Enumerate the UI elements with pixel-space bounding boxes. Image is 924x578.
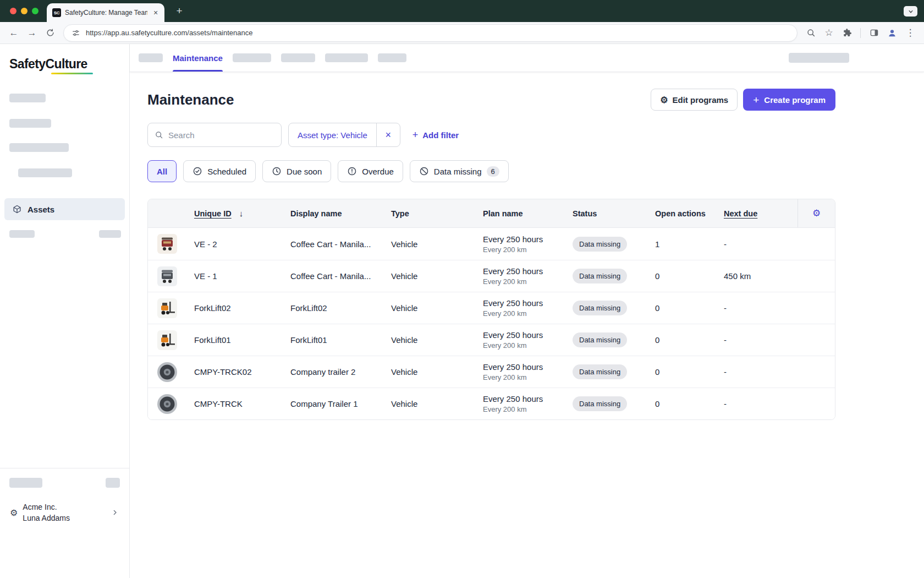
side-panel-icon[interactable] (866, 25, 882, 41)
table-settings-button[interactable]: ⚙ (798, 199, 835, 227)
next-due-header-label: Next due (724, 209, 757, 218)
bookmark-star-icon[interactable]: ☆ (821, 25, 837, 41)
create-program-button[interactable]: + Create program (743, 89, 835, 111)
column-header-next-due[interactable]: Next due (724, 209, 798, 218)
column-header-display-name[interactable]: Display name (290, 209, 391, 218)
tab-maintenance-label: Maintenance (173, 53, 223, 63)
table-row[interactable]: ForkLift02 ForkLift02 Vehicle Every 250 … (148, 292, 835, 324)
column-header-open-actions[interactable]: Open actions (655, 209, 724, 218)
gear-icon: ⚙ (10, 508, 18, 518)
trailer-thumbnail[interactable] (157, 362, 177, 382)
data-missing-count-badge: 6 (487, 166, 499, 177)
table-header-row: Unique ID ↓ Display name Type Plan name … (148, 199, 835, 228)
next-due-cell: - (724, 335, 798, 345)
plus-icon: + (413, 129, 419, 141)
search-box[interactable] (147, 123, 282, 147)
browser-tab-strip: SC SafetyCulture: Manage Teams and... × … (0, 0, 924, 22)
alert-circle-icon (347, 166, 357, 176)
browser-menu-icon[interactable]: ⋮ (902, 25, 919, 41)
filter-chip-asset-type[interactable]: Asset type: Vehicle × (288, 123, 400, 147)
zoom-icon[interactable] (802, 25, 819, 41)
forward-button[interactable]: → (24, 25, 40, 41)
maintenance-page: Maintenance ⚙ Edit programs + Create pro… (130, 72, 924, 420)
open-actions-cell: 0 (655, 367, 724, 377)
back-button[interactable]: ← (6, 25, 22, 41)
skeleton-placeholder (9, 119, 51, 128)
tab-close-icon[interactable]: × (151, 8, 160, 17)
forklift-thumbnail[interactable] (157, 330, 177, 350)
add-filter-button[interactable]: + Add filter (413, 129, 459, 141)
puzzle-icon (843, 28, 852, 37)
pill-due-soon-label: Due soon (287, 167, 322, 176)
coffee-cart-thumbnail[interactable] (157, 234, 177, 254)
site-info-icon[interactable] (72, 29, 80, 37)
table-row[interactable]: CMPY-TRCK Company Trailer 1 Vehicle Ever… (148, 388, 835, 419)
tab-maintenance[interactable]: Maintenance (173, 44, 223, 72)
browser-window: SC SafetyCulture: Manage Teams and... × … (0, 0, 924, 44)
clock-icon (272, 166, 282, 176)
sidebar-item-assets[interactable]: Assets (4, 198, 125, 220)
coffee-cart-thumbnail[interactable] (157, 266, 177, 286)
open-actions-cell: 0 (655, 303, 724, 313)
unique-id-cell: CMPY-TRCK (194, 399, 290, 408)
pill-scheduled-label: Scheduled (207, 167, 246, 176)
type-cell: Vehicle (391, 239, 483, 249)
search-input[interactable] (168, 130, 274, 140)
unique-id-cell: ForkLift02 (194, 303, 290, 313)
unique-id-cell: VE - 2 (194, 239, 290, 249)
skeleton-placeholder (18, 168, 72, 177)
filter-pill-overdue[interactable]: Overdue (338, 160, 403, 182)
status-badge: Data missing (573, 237, 627, 252)
status-cell: Data missing (573, 364, 655, 379)
unique-id-cell: VE - 1 (194, 271, 290, 281)
reload-button[interactable] (42, 25, 58, 41)
logo-gradient-underline (51, 73, 93, 74)
type-cell: Vehicle (391, 303, 483, 313)
display-name-cell: Coffee Cart - Manila... (290, 271, 391, 281)
filter-pill-scheduled[interactable]: Scheduled (183, 160, 256, 182)
remove-filter-icon[interactable]: × (377, 123, 400, 146)
column-header-status[interactable]: Status (573, 209, 655, 218)
filter-pill-all[interactable]: All (147, 160, 177, 182)
close-window-button[interactable] (10, 8, 16, 14)
plan-name-cell: Every 250 hours Every 200 km (483, 266, 573, 286)
status-filter-pills: All Scheduled Due soon (147, 160, 924, 182)
address-bar[interactable]: https://app.au.safetyculture.com/assets/… (63, 24, 798, 42)
sidebar-item-label: Assets (28, 205, 54, 214)
check-circle-icon (193, 166, 202, 176)
table-row[interactable]: ForkLift01 ForkLift01 Vehicle Every 250 … (148, 324, 835, 356)
browser-tab[interactable]: SC SafetyCulture: Manage Teams and... × (47, 3, 164, 22)
column-header-unique-id[interactable]: Unique ID ↓ (194, 209, 290, 218)
edit-programs-button[interactable]: ⚙ Edit programs (651, 89, 738, 111)
plan-name-cell: Every 250 hours Every 200 km (483, 330, 573, 350)
column-header-plan-name[interactable]: Plan name (483, 209, 573, 218)
skeleton-placeholder (106, 478, 120, 488)
sort-descending-icon: ↓ (239, 209, 244, 218)
next-due-cell: - (724, 303, 798, 313)
trailer-thumbnail[interactable] (157, 394, 177, 414)
table-row[interactable]: CMPY-TRCK02 Company trailer 2 Vehicle Ev… (148, 356, 835, 388)
filter-pill-due-soon[interactable]: Due soon (262, 160, 331, 182)
gear-icon: ⚙ (812, 208, 821, 219)
table-row[interactable]: VE - 1 Coffee Cart - Manila... Vehicle E… (148, 260, 835, 292)
skeleton-tab (281, 53, 315, 62)
edit-programs-label: Edit programs (673, 95, 729, 105)
chevron-down-icon (907, 8, 915, 15)
table-row[interactable]: VE - 2 Coffee Cart - Manila... Vehicle E… (148, 228, 835, 260)
fullscreen-window-button[interactable] (32, 8, 38, 14)
status-badge: Data missing (573, 269, 627, 283)
plan-name-cell: Every 250 hours Every 200 km (483, 298, 573, 318)
window-controls (10, 8, 38, 14)
profile-avatar-icon[interactable] (884, 25, 900, 41)
minimize-window-button[interactable] (21, 8, 28, 14)
column-header-type[interactable]: Type (391, 209, 483, 218)
filter-pill-data-missing[interactable]: Data missing 6 (410, 160, 509, 182)
org-switcher[interactable]: ⚙ Acme Inc. Luna Addams (6, 497, 124, 528)
forklift-thumbnail[interactable] (157, 298, 177, 318)
new-tab-button[interactable]: + (173, 4, 186, 18)
tab-search-button[interactable] (904, 6, 917, 17)
asset-thumbnail-cell (148, 362, 194, 382)
logo-text-culture: Culture (45, 57, 87, 71)
asset-thumbnail-cell (148, 394, 194, 414)
extensions-icon[interactable] (839, 25, 855, 41)
